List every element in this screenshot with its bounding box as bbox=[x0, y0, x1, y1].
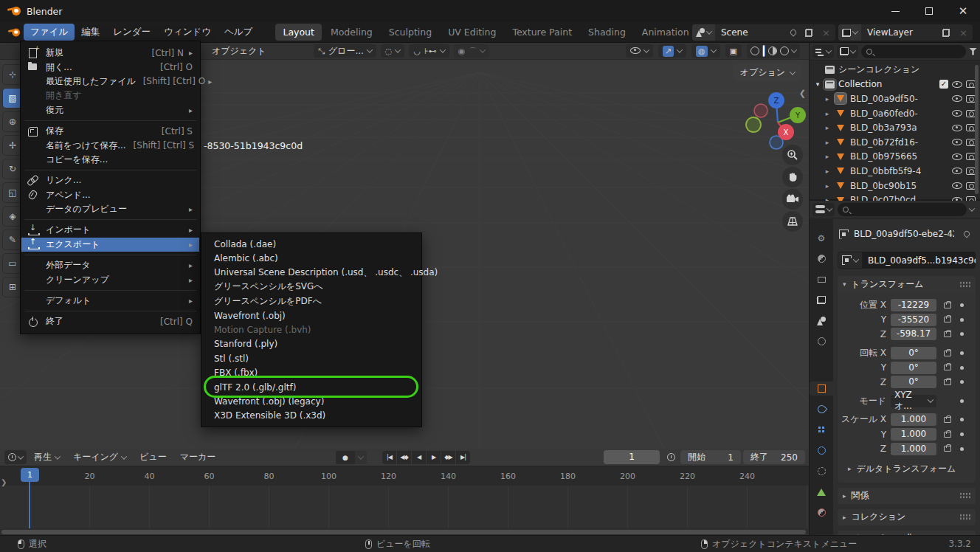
timeline-menu[interactable]: 再生 bbox=[34, 451, 60, 463]
expander-arrow-icon[interactable]: ▸ bbox=[824, 153, 831, 160]
timeline-scrollbar[interactable] bbox=[1, 530, 806, 534]
animate-dot-icon[interactable] bbox=[960, 432, 964, 436]
navigation-gizmo[interactable]: Z Y X bbox=[742, 86, 809, 182]
export-menu-item[interactable]: FBX (.fbx) bbox=[202, 366, 421, 380]
export-menu-item[interactable]: グリースペンシルをPDFへ bbox=[202, 294, 421, 308]
export-menu-item[interactable]: Stanford (.ply) bbox=[202, 337, 421, 351]
workspace-tab[interactable]: Layout bbox=[275, 24, 322, 41]
modifiers-tab[interactable] bbox=[810, 402, 833, 416]
outliner-search-input[interactable] bbox=[861, 45, 966, 58]
panel-grip-icon[interactable] bbox=[959, 492, 970, 499]
filter-icon[interactable] bbox=[969, 48, 977, 55]
export-menu-item[interactable]: グリースペンシルをSVGへ bbox=[202, 280, 421, 294]
workspace-tab[interactable]: Modeling bbox=[323, 24, 380, 41]
animate-dot-icon[interactable] bbox=[960, 318, 964, 322]
export-menu-item[interactable]: X3D Extensible 3D (.x3d) bbox=[202, 409, 421, 423]
rendered-shading-button[interactable] bbox=[780, 46, 789, 55]
properties-search-input[interactable] bbox=[838, 203, 967, 216]
file-menu-item[interactable]: 終了 [Ctrl] Q bbox=[21, 314, 199, 328]
wireframe-shading-button[interactable] bbox=[750, 46, 759, 55]
transform-value-field[interactable]: 0° bbox=[891, 362, 936, 374]
animate-dot-icon[interactable] bbox=[960, 332, 964, 336]
jump-to-end-button[interactable]: ▶| bbox=[456, 451, 470, 464]
menu-bar-item[interactable]: ファイル bbox=[24, 24, 75, 41]
pivot-point-dropdown[interactable]: ◌ bbox=[381, 44, 405, 58]
frame-start-field[interactable]: 開始 1 bbox=[680, 450, 741, 464]
workspace-tab[interactable]: UV Editing bbox=[441, 24, 503, 41]
options-dropdown[interactable]: オプション bbox=[734, 64, 801, 81]
output-tab[interactable] bbox=[810, 272, 833, 286]
animate-dot-icon[interactable] bbox=[960, 447, 964, 451]
collection-checkbox[interactable]: ✓ bbox=[939, 80, 948, 89]
hide-eye-icon[interactable] bbox=[952, 139, 962, 145]
view-layer-browse-button[interactable] bbox=[838, 24, 861, 41]
animate-dot-icon[interactable] bbox=[960, 399, 964, 403]
expander-arrow-icon[interactable]: ▸ bbox=[824, 110, 831, 117]
auto-keying-record-button[interactable]: ● bbox=[336, 451, 355, 464]
physics-tab[interactable] bbox=[810, 444, 833, 458]
jump-to-start-button[interactable]: |◀ bbox=[382, 451, 396, 464]
previous-keyframe-button[interactable]: ◀◆ bbox=[397, 451, 411, 464]
workspace-tab[interactable]: Texture Paint bbox=[505, 24, 579, 41]
hide-eye-icon[interactable] bbox=[952, 81, 962, 88]
new-scene-icon[interactable] bbox=[805, 29, 812, 37]
minimize-button[interactable] bbox=[878, 0, 912, 22]
blender-menu-icon[interactable] bbox=[8, 27, 20, 37]
timeline-expand-arrow[interactable]: ❯ bbox=[1, 478, 7, 486]
view-layer-selector[interactable]: ViewLayer × bbox=[838, 24, 973, 41]
proportional-edit-controls[interactable]: ◉ ⌒ bbox=[454, 44, 490, 58]
lock-icon[interactable] bbox=[944, 417, 950, 423]
file-menu-item[interactable]: 保存 [Ctrl] S bbox=[21, 124, 199, 138]
animate-dot-icon[interactable] bbox=[960, 380, 964, 384]
expander-arrow-icon[interactable]: ▸ bbox=[824, 139, 831, 146]
object-data-tab[interactable] bbox=[810, 485, 833, 499]
particles-tab[interactable] bbox=[810, 423, 833, 437]
export-menu-item[interactable]: Alembic (.abc) bbox=[202, 251, 421, 265]
panel-grip-icon[interactable] bbox=[959, 281, 970, 288]
lock-icon[interactable] bbox=[944, 351, 950, 356]
rotation-mode-dropdown[interactable]: XYZ オ... bbox=[891, 395, 936, 407]
editor-type-button[interactable] bbox=[4, 450, 27, 464]
export-menu-item[interactable]: glTF 2.0 (.glb/.gltf) bbox=[202, 380, 421, 394]
file-menu-item[interactable]: 外部データ ▸ bbox=[21, 258, 199, 272]
menu-bar-item[interactable]: 編集 bbox=[75, 24, 106, 41]
outliner-editor-type-button[interactable] bbox=[812, 45, 834, 58]
material-preview-button[interactable] bbox=[768, 46, 777, 55]
hide-eye-icon[interactable] bbox=[952, 125, 962, 131]
lock-icon[interactable] bbox=[944, 432, 950, 438]
keying-set-chevron[interactable] bbox=[355, 451, 367, 464]
tool-tab[interactable]: ⚙ bbox=[810, 231, 833, 245]
outliner-object-row[interactable]: ▸ BLD_0bc90b15 bbox=[814, 179, 979, 193]
expander-arrow-icon[interactable]: ▸ bbox=[824, 95, 831, 103]
hide-eye-icon[interactable] bbox=[952, 182, 962, 189]
transform-value-field[interactable]: 1.000 bbox=[891, 428, 936, 441]
animate-dot-icon[interactable] bbox=[960, 351, 964, 355]
workspace-tab[interactable]: Animation bbox=[635, 24, 697, 41]
hide-eye-icon[interactable] bbox=[952, 110, 962, 117]
transform-value-field[interactable]: 0° bbox=[891, 376, 936, 388]
lock-icon[interactable] bbox=[944, 303, 950, 308]
menu-bar-item[interactable]: ヘルプ bbox=[218, 24, 259, 41]
workspace-tab[interactable]: Sculpting bbox=[382, 24, 439, 41]
export-menu-item[interactable]: Motion Capture (.bvh) bbox=[202, 322, 421, 337]
timeline-track-area[interactable] bbox=[0, 486, 809, 528]
object-id-button[interactable] bbox=[838, 252, 863, 269]
outliner-object-row[interactable]: ▸ BLD_0bbfb5f9-4 bbox=[814, 164, 979, 179]
file-menu-item[interactable]: インポート ▸ bbox=[21, 223, 199, 237]
delta-transform-subpanel[interactable]: ▸ デルタトランスフォーム bbox=[838, 456, 973, 475]
lock-icon[interactable] bbox=[944, 365, 950, 370]
current-frame-marker[interactable]: 1 bbox=[21, 468, 39, 482]
file-menu-item[interactable]: 開く... [Ctrl] O bbox=[21, 60, 199, 74]
export-menu-item[interactable]: Universal Scene Description (.usd、 .usdc… bbox=[202, 266, 421, 280]
animate-dot-icon[interactable] bbox=[960, 303, 964, 307]
file-menu-item[interactable]: コピーを保存... bbox=[21, 153, 199, 167]
object-name-field[interactable]: BLD_00a9df5...b1943c9c0d bbox=[863, 252, 976, 269]
scene-selector[interactable]: Scene × bbox=[692, 24, 835, 41]
lock-icon[interactable] bbox=[944, 379, 950, 385]
xray-toggle[interactable]: ▣ bbox=[725, 44, 742, 58]
file-menu-item[interactable]: 新規 [Ctrl] N ▸ bbox=[21, 46, 199, 60]
camera-view-button[interactable] bbox=[782, 189, 803, 210]
object-menu[interactable]: オブジェクト bbox=[212, 45, 266, 58]
transform-value-field[interactable]: 0° bbox=[891, 347, 936, 359]
zoom-button[interactable] bbox=[782, 145, 803, 165]
